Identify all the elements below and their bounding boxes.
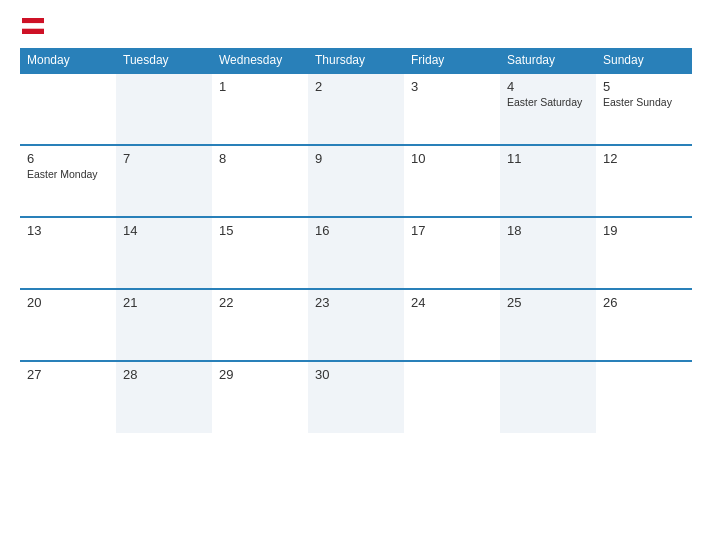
col-header-sunday: Sunday (596, 48, 692, 73)
day-number: 20 (27, 295, 109, 310)
day-number: 9 (315, 151, 397, 166)
day-number: 3 (411, 79, 493, 94)
day-cell: 6Easter Monday (20, 145, 116, 217)
day-cell: 1 (212, 73, 308, 145)
week-row: 27282930 (20, 361, 692, 433)
week-row: 13141516171819 (20, 217, 692, 289)
day-cell (116, 73, 212, 145)
day-number: 8 (219, 151, 301, 166)
day-event: Easter Monday (27, 168, 109, 180)
day-number: 12 (603, 151, 685, 166)
day-cell: 19 (596, 217, 692, 289)
day-number: 13 (27, 223, 109, 238)
week-row: 1234Easter Saturday5Easter Sunday (20, 73, 692, 145)
day-number: 4 (507, 79, 589, 94)
day-number: 16 (315, 223, 397, 238)
day-number: 24 (411, 295, 493, 310)
calendar-header: MondayTuesdayWednesdayThursdayFridaySatu… (20, 48, 692, 73)
day-number: 19 (603, 223, 685, 238)
day-cell: 16 (308, 217, 404, 289)
day-cell: 2 (308, 73, 404, 145)
day-number: 10 (411, 151, 493, 166)
col-header-tuesday: Tuesday (116, 48, 212, 73)
day-cell: 11 (500, 145, 596, 217)
day-number: 14 (123, 223, 205, 238)
calendar-body: 1234Easter Saturday5Easter Sunday6Easter… (20, 73, 692, 433)
day-cell: 7 (116, 145, 212, 217)
day-cell (20, 73, 116, 145)
day-number: 22 (219, 295, 301, 310)
day-cell: 22 (212, 289, 308, 361)
day-cell (404, 361, 500, 433)
day-cell: 28 (116, 361, 212, 433)
day-number: 25 (507, 295, 589, 310)
day-cell: 25 (500, 289, 596, 361)
svg-rect-0 (22, 18, 44, 23)
flag-icon (22, 18, 44, 34)
day-cell: 20 (20, 289, 116, 361)
calendar-page: MondayTuesdayWednesdayThursdayFridaySatu… (0, 0, 712, 550)
day-number: 6 (27, 151, 109, 166)
day-cell: 30 (308, 361, 404, 433)
day-number: 7 (123, 151, 205, 166)
day-cell: 8 (212, 145, 308, 217)
header-row: MondayTuesdayWednesdayThursdayFridaySatu… (20, 48, 692, 73)
day-number: 15 (219, 223, 301, 238)
day-cell: 27 (20, 361, 116, 433)
header (20, 18, 692, 34)
col-header-saturday: Saturday (500, 48, 596, 73)
day-number: 29 (219, 367, 301, 382)
day-number: 2 (315, 79, 397, 94)
day-cell: 10 (404, 145, 500, 217)
day-cell: 5Easter Sunday (596, 73, 692, 145)
day-number: 21 (123, 295, 205, 310)
day-number: 1 (219, 79, 301, 94)
day-cell: 15 (212, 217, 308, 289)
day-cell: 12 (596, 145, 692, 217)
day-number: 27 (27, 367, 109, 382)
logo (20, 18, 44, 34)
day-number: 30 (315, 367, 397, 382)
day-cell: 3 (404, 73, 500, 145)
day-number: 5 (603, 79, 685, 94)
calendar-table: MondayTuesdayWednesdayThursdayFridaySatu… (20, 48, 692, 433)
day-number: 17 (411, 223, 493, 238)
col-header-wednesday: Wednesday (212, 48, 308, 73)
day-event: Easter Sunday (603, 96, 685, 108)
col-header-thursday: Thursday (308, 48, 404, 73)
day-number: 11 (507, 151, 589, 166)
svg-rect-2 (22, 29, 44, 34)
week-row: 20212223242526 (20, 289, 692, 361)
col-header-friday: Friday (404, 48, 500, 73)
svg-rect-1 (22, 23, 44, 28)
day-event: Easter Saturday (507, 96, 589, 108)
day-number: 23 (315, 295, 397, 310)
day-number: 18 (507, 223, 589, 238)
day-cell: 17 (404, 217, 500, 289)
day-cell: 4Easter Saturday (500, 73, 596, 145)
day-cell: 24 (404, 289, 500, 361)
day-cell: 26 (596, 289, 692, 361)
day-cell (500, 361, 596, 433)
day-cell: 21 (116, 289, 212, 361)
col-header-monday: Monday (20, 48, 116, 73)
day-cell (596, 361, 692, 433)
day-cell: 29 (212, 361, 308, 433)
day-number: 28 (123, 367, 205, 382)
day-number: 26 (603, 295, 685, 310)
day-cell: 14 (116, 217, 212, 289)
day-cell: 23 (308, 289, 404, 361)
day-cell: 9 (308, 145, 404, 217)
week-row: 6Easter Monday789101112 (20, 145, 692, 217)
day-cell: 13 (20, 217, 116, 289)
day-cell: 18 (500, 217, 596, 289)
